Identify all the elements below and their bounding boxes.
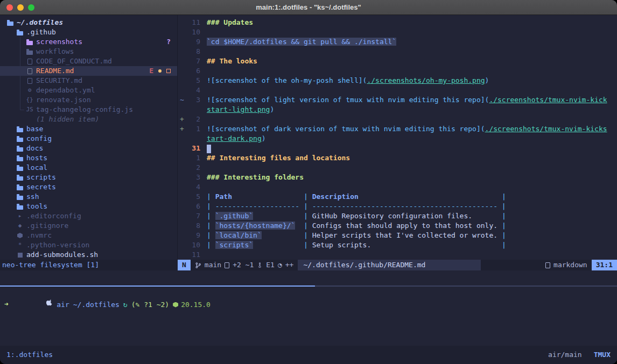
editor-line-21[interactable]: 8| `hosts/{hostname}/` | Configs that sh… (178, 221, 617, 231)
statusline-extra: ++ (285, 260, 294, 270)
text-segment-pipe: | (207, 192, 215, 201)
editor-line-12[interactable]: tart-dark.png) (178, 134, 617, 144)
tree-item-config[interactable]: config (0, 134, 177, 144)
tree-item-scripts[interactable]: scripts (0, 173, 177, 182)
editor-line-7[interactable]: 4 (178, 85, 617, 95)
text-segment-pipe: | (497, 192, 506, 201)
folder-open-icon (16, 30, 24, 35)
tmux-pane-border[interactable] (0, 286, 617, 287)
gutter-sign (178, 250, 186, 260)
editor-line-5[interactable]: 6 (178, 66, 617, 76)
tree-item--.dotfiles[interactable]: ~/.dotfiles (0, 18, 177, 27)
folder-icon (16, 146, 24, 152)
prompt-path: ~/.dotfiles (73, 300, 120, 310)
text-segment-pipe: | (299, 192, 312, 201)
gutter-sign (178, 182, 186, 192)
editor-line-11[interactable]: +1![screenshot of dark version of tmux w… (178, 124, 617, 134)
prompt-host: air (57, 300, 69, 310)
text-segment-md: ) (270, 105, 274, 113)
zoom-button[interactable] (28, 4, 34, 11)
folder-open-icon (6, 20, 14, 26)
tree-item-label: .python-version (26, 240, 89, 250)
editor-line-20[interactable]: 7| `.github` | GitHub Repository configu… (178, 211, 617, 221)
editor-line-3[interactable]: 8 (178, 47, 617, 56)
tree-item-.nvmrc[interactable]: .nvmrc (0, 231, 177, 240)
tree-item-renovate.json[interactable]: {}renovate.json (0, 95, 177, 105)
apple-icon (4, 290, 53, 319)
tree-item-security.md[interactable]: SECURITY.md (0, 76, 177, 85)
editor-line-19[interactable]: 6| -------------------- | --------------… (178, 202, 617, 211)
editor-line-1[interactable]: 10 (178, 27, 617, 37)
editor-line-14[interactable]: 1## Interesting files and locations (178, 153, 617, 163)
editor-line-23[interactable]: 10| `scripts` | Setup scripts. | (178, 240, 617, 250)
text-segment-md: ) (262, 134, 266, 142)
shell-pane[interactable]: air ~/.dotfiles ↻ (✎ ?1 ~2) 20.15.0 ➜ (0, 270, 617, 346)
editor-line-18[interactable]: 5| Path | Description | (178, 192, 617, 202)
editor-line-8[interactable]: ~3![screenshot of light version of tmux … (178, 95, 617, 105)
filetype-label: markdown (553, 260, 587, 270)
tree-item-.python-version[interactable]: *.python-version (0, 240, 177, 250)
statusline: N main +2 ~1 E1 ◔ ++ ~/.dotfiles/.github… (178, 260, 617, 270)
editor-pane[interactable]: 11### Updates109`cd $HOME/.dotfiles && g… (178, 15, 617, 260)
line-number (186, 134, 200, 144)
titlebar[interactable]: main:1:.dotfiles - "ks~/.dotfiles" (0, 0, 617, 15)
line-number: 11 (186, 18, 200, 27)
close-button[interactable] (6, 4, 13, 11)
editor-line-10[interactable]: +2 (178, 115, 617, 124)
line-text: | -------------------- | ---------------… (200, 202, 506, 211)
line-number: 1 (186, 153, 200, 163)
tree-item-docs[interactable]: docs (0, 144, 177, 153)
tree-item-tools[interactable]: tools (0, 202, 177, 211)
line-text: ![screenshot of dark version of tmux wit… (200, 124, 607, 134)
editor-line-16[interactable]: 3### Interesting folders (178, 173, 617, 182)
editor-line-6[interactable]: 5![screenshot of the oh-my-posh shell](.… (178, 76, 617, 85)
tree-item--1-hidden-item-[interactable]: (1 hidden item) (0, 115, 177, 124)
gutter-sign: + (178, 115, 186, 124)
tree-item-ssh[interactable]: ssh (0, 192, 177, 202)
tree-item-dependabot.yml[interactable]: ⚙dependabot.yml (0, 85, 177, 95)
editor-line-17[interactable]: 4 (178, 182, 617, 192)
line-text: | Path | Description | (200, 192, 506, 202)
tree-item-code-of-conduct.md[interactable]: CODE_OF_CONDUCT.md (0, 56, 177, 66)
folder-icon (26, 49, 33, 55)
editor-line-13[interactable]: 31 (178, 144, 617, 153)
tree-item-.gitignore[interactable]: ◆.gitignore (0, 221, 177, 231)
mode-indicator: N (178, 260, 191, 270)
text-segment-link: tart-dark.png (207, 134, 262, 142)
tree-item-label: .nvmrc (26, 231, 52, 240)
tree-item-readme.md[interactable]: README.mdE (0, 66, 177, 76)
tree-item-add-submodules.sh[interactable]: add-submodules.sh (0, 250, 177, 260)
minimize-button[interactable] (17, 4, 24, 11)
gear-icon: ⚙ (26, 85, 33, 95)
gutter-sign (178, 18, 186, 27)
editor-line-15[interactable]: 2 (178, 163, 617, 173)
gutter-sign (178, 163, 186, 173)
editor-line-2[interactable]: 9`cd $HOME/.dotfiles && git pull && ./in… (178, 37, 617, 47)
diagnostics-flask-icon (257, 262, 263, 269)
line-text (200, 144, 211, 153)
tree-item-label: README.md (36, 66, 74, 76)
tree-item-.github[interactable]: .github (0, 27, 177, 37)
tree-item-tag-changelog-config.js[interactable]: JStag-changelog-config.js (0, 105, 177, 115)
text-segment-md: ) (485, 76, 489, 84)
tree-item-base[interactable]: base (0, 124, 177, 134)
shell-input-arrow[interactable]: ➜ (4, 299, 9, 309)
line-text: ![screenshot of light version of tmux wi… (200, 95, 607, 105)
tree-item-hosts[interactable]: hosts (0, 153, 177, 163)
tree-item-secrets[interactable]: secrets (0, 182, 177, 192)
tree-item-label: workflows (36, 47, 74, 56)
tree-item-local[interactable]: local (0, 163, 177, 173)
editor-line-0[interactable]: 11### Updates (178, 18, 617, 27)
line-number: 7 (186, 211, 200, 221)
neotree-panel[interactable]: ~/.dotfiles.githubscreenshots?workflowsC… (0, 15, 178, 260)
editor-line-4[interactable]: 7## The looks (178, 56, 617, 66)
tree-item-workflows[interactable]: workflows (0, 47, 177, 56)
tree-item-screenshots[interactable]: screenshots? (0, 37, 177, 47)
tmux-window-tab[interactable]: 1:.dotfiles (6, 350, 53, 360)
text-segment-h2: ## Interesting files and locations (207, 154, 350, 162)
editor-line-22[interactable]: 9| `local/bin` | Helper scripts that I'v… (178, 231, 617, 240)
tree-item-.editorconfig[interactable]: ▸.editorconfig (0, 211, 177, 221)
editor-line-9[interactable]: start-light.png) (178, 105, 617, 115)
editor-line-24[interactable]: 11 (178, 250, 617, 260)
tree-guide-corner (20, 110, 24, 110)
